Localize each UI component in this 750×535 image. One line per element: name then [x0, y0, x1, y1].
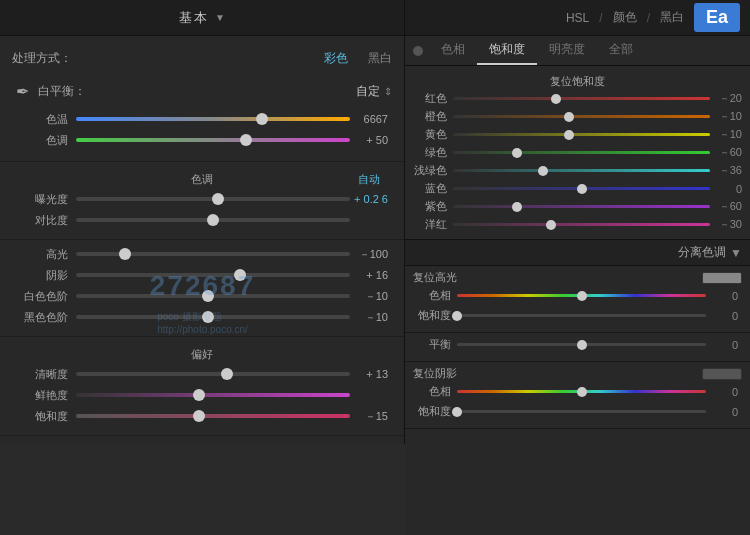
hsl-label[interactable]: HSL: [566, 11, 589, 25]
hsl-track-wrap-3[interactable]: [453, 146, 710, 160]
hsl-thumb-4[interactable]: [538, 166, 548, 176]
split-sat-track-wrap[interactable]: [457, 309, 706, 323]
blacks-track-wrap[interactable]: [76, 309, 350, 325]
blacks-label: 黑色色阶: [16, 310, 76, 325]
auto-btn[interactable]: 自动: [358, 173, 380, 185]
hsl-value-3: －60: [710, 145, 742, 160]
wb-row: ✒ 白平衡： 自定 ⇕: [12, 77, 392, 105]
hsl-track-wrap-7[interactable]: [453, 218, 710, 232]
shadows-track-wrap[interactable]: [76, 267, 350, 283]
contrast-slider-row: 对比度: [12, 212, 392, 228]
balance-track-wrap[interactable]: [457, 338, 706, 352]
hsl-thumb-6[interactable]: [512, 202, 522, 212]
saturation-thumb[interactable]: [193, 410, 205, 422]
tint-track-wrap[interactable]: [76, 132, 350, 148]
tone-section: 色调 自动 曝光度 + 0.2 6: [0, 162, 404, 240]
shadows-thumb[interactable]: [234, 269, 246, 281]
blacks-thumb[interactable]: [202, 311, 214, 323]
vibrance-thumb[interactable]: [193, 389, 205, 401]
whites-thumb[interactable]: [202, 290, 214, 302]
hsl-track-wrap-6[interactable]: [453, 200, 710, 214]
process-bw[interactable]: 黑白: [368, 50, 392, 67]
exposure-track-wrap[interactable]: [76, 191, 350, 207]
hsl-value-6: －60: [710, 199, 742, 214]
vibrance-label: 鲜艳度: [16, 388, 76, 403]
split-shadows-section: 复位阴影 色相 0 饱和度 0: [405, 362, 750, 429]
split-hue-slider-row: 色相 0: [413, 288, 742, 303]
hsl-thumb-5[interactable]: [577, 184, 587, 194]
highlights-color-swatch[interactable]: [702, 272, 742, 284]
temp-track-wrap[interactable]: [76, 111, 350, 127]
clarity-track: [76, 372, 350, 376]
tab-saturation[interactable]: 饱和度: [477, 36, 537, 65]
split-hue-thumb[interactable]: [577, 291, 587, 301]
tint-thumb[interactable]: [240, 134, 252, 146]
temp-label: 色温: [16, 112, 76, 127]
panel-title: 基本: [179, 9, 209, 27]
hsl-track-wrap-4[interactable]: [453, 164, 710, 178]
tab-all[interactable]: 全部: [597, 36, 645, 65]
dropdown-arrow-icon[interactable]: ▼: [215, 12, 225, 23]
temp-thumb[interactable]: [256, 113, 268, 125]
hsl-track-wrap-5[interactable]: [453, 182, 710, 196]
dot-icon: [413, 46, 423, 56]
split-toning-arrow-icon[interactable]: ▼: [730, 246, 742, 260]
highlights-thumb[interactable]: [119, 248, 131, 260]
hsl-track-wrap-1[interactable]: [453, 110, 710, 124]
hsl-slider-label-5: 蓝色: [413, 181, 453, 196]
process-options: 彩色 黑白: [324, 50, 392, 67]
right-panel-header: HSL / 颜色 / 黑白 Ea: [405, 0, 750, 35]
hsl-slider-label-0: 红色: [413, 91, 453, 106]
contrast-track: [76, 218, 350, 222]
highlights-track-wrap[interactable]: [76, 246, 350, 262]
tone-label: 色调: [191, 172, 213, 187]
exposure-thumb[interactable]: [212, 193, 224, 205]
hsl-track-wrap-0[interactable]: [453, 92, 710, 106]
highlights-value: －100: [350, 247, 388, 262]
hsl-slider-row-4: 浅绿色 －36: [413, 163, 742, 178]
tab-luminance[interactable]: 明亮度: [537, 36, 597, 65]
hsl-nav: HSL / 颜色 / 黑白: [566, 9, 684, 26]
shadow-sat-thumb[interactable]: [452, 407, 462, 417]
clarity-thumb[interactable]: [221, 368, 233, 380]
contrast-thumb[interactable]: [207, 214, 219, 226]
shadow-hue-track-wrap[interactable]: [457, 385, 706, 399]
hsl-thumb-0[interactable]: [551, 94, 561, 104]
eyedropper-icon[interactable]: ✒: [12, 77, 32, 105]
blacks-track: [76, 315, 350, 319]
color-label[interactable]: 颜色: [613, 9, 637, 26]
tab-hue[interactable]: 色相: [429, 36, 477, 65]
balance-thumb[interactable]: [577, 340, 587, 350]
hsl-value-5: 0: [710, 183, 742, 195]
split-sat-thumb[interactable]: [452, 311, 462, 321]
temp-slider-row: 色温 6667: [12, 111, 392, 127]
saturation-track: [76, 414, 350, 418]
clarity-track-wrap[interactable]: [76, 366, 350, 382]
hsl-track-5: [453, 187, 710, 190]
hsl-slider-row-6: 紫色 －60: [413, 199, 742, 214]
hsl-thumb-3[interactable]: [512, 148, 522, 158]
whites-track-wrap[interactable]: [76, 288, 350, 304]
hsl-thumb-1[interactable]: [564, 112, 574, 122]
process-color[interactable]: 彩色: [324, 50, 348, 67]
shadow-hue-thumb[interactable]: [577, 387, 587, 397]
hsl-thumb-2[interactable]: [564, 130, 574, 140]
split-sat-track: [457, 314, 706, 317]
vibrance-track-wrap[interactable]: [76, 387, 350, 403]
hsl-track-wrap-2[interactable]: [453, 128, 710, 142]
hsl-slider-row-5: 蓝色 0: [413, 181, 742, 196]
shadows-color-swatch[interactable]: [702, 368, 742, 380]
shadow-hue-slider-row: 色相 0: [413, 384, 742, 399]
bw-label[interactable]: 黑白: [660, 9, 684, 26]
wb-select[interactable]: 自定 ⇕: [356, 83, 392, 100]
preference-label: 偏好: [191, 347, 213, 362]
split-hue-track-wrap[interactable]: [457, 289, 706, 303]
left-panel: 处理方式： 彩色 黑白 ✒ 白平衡： 自定 ⇕ 色温: [0, 36, 405, 444]
saturation-track-wrap[interactable]: [76, 408, 350, 424]
split-toning-title: 分离色调: [678, 244, 726, 261]
hsl-thumb-7[interactable]: [546, 220, 556, 230]
contrast-track-wrap[interactable]: [76, 212, 350, 228]
whites-slider-row: 白色色阶 －10: [12, 288, 392, 304]
hsl-value-4: －36: [710, 163, 742, 178]
shadow-sat-track-wrap[interactable]: [457, 405, 706, 419]
